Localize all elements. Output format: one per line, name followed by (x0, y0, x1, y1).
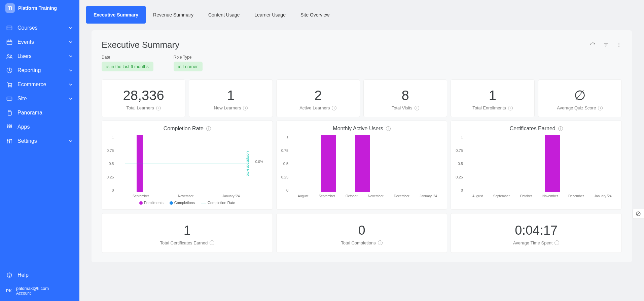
svg-line-35 (637, 212, 640, 215)
y-axis: 10.750.50.250 (281, 135, 290, 192)
kpi-new-learners: 1New Learners i (189, 79, 273, 117)
y-tick: 0.5 (456, 162, 463, 166)
chart-certificates-earned: Certificates Earned i 10.750.50.250 Augu… (451, 121, 622, 210)
filter-label: Date (102, 55, 153, 60)
info-icon[interactable]: i (415, 106, 419, 110)
sidebar-item-courses[interactable]: Courses (0, 21, 79, 35)
sidebar-item-settings[interactable]: Settings (0, 134, 79, 148)
x-tick: September (319, 194, 335, 198)
y-tick: 0 (281, 188, 288, 192)
info-icon[interactable]: i (156, 106, 161, 110)
kpi-label: Total Enrollments (472, 105, 506, 110)
x-axis: AugustSeptemberOctoberNovemberDecemberJa… (456, 194, 617, 198)
filter-role-type: Role Typeis Learner (174, 55, 203, 71)
kpi-value: 1 (454, 87, 531, 103)
info-icon[interactable]: i (206, 126, 211, 131)
disabled-icon-button[interactable] (633, 209, 644, 219)
tab-learner-usage[interactable]: Learner Usage (247, 6, 293, 24)
chart-title-label: Monthly Active Users (333, 126, 383, 132)
sidebar-item-panorama[interactable]: Panorama (0, 106, 79, 120)
kpi-average-quiz-score: ∅Average Quiz Score i (538, 79, 622, 117)
kpi-total-learners: 28,336Total Learners i (102, 79, 185, 117)
svg-point-7 (10, 55, 11, 56)
y-axis: 10.750.50.250 (107, 135, 116, 192)
tab-site-overview[interactable]: Site Overview (293, 6, 337, 24)
x-axis: SeptemberNovemberJanuary '24 (107, 194, 268, 198)
y-tick: 0.25 (107, 175, 114, 179)
sidebar-item-reporting[interactable]: Reporting (0, 63, 79, 77)
user-block[interactable]: PK palomak@ti.com Account (0, 282, 79, 299)
info-icon[interactable]: i (210, 240, 214, 245)
big-kpi-row: 1Total Certificates Earned i0Total Compl… (102, 213, 622, 253)
more-icon[interactable] (616, 42, 622, 48)
bar (321, 135, 336, 192)
sidebar-item-site[interactable]: Site (0, 92, 79, 106)
y-tick: 0.25 (281, 175, 288, 179)
svg-point-18 (9, 126, 10, 127)
x-tick: August (472, 194, 483, 198)
kpi-label: Active Learners (299, 105, 330, 110)
sidebar-item-ecommerce[interactable]: Ecommerce (0, 77, 79, 92)
kpi-label: New Learners (214, 105, 241, 110)
svg-point-33 (618, 46, 619, 47)
sidebar-item-label: Settings (17, 138, 63, 144)
filter-chip[interactable]: is in the last 6 months (102, 62, 153, 71)
help-link[interactable]: Help (0, 268, 79, 282)
filter-icon[interactable] (603, 42, 609, 48)
completion-rate-line (125, 164, 249, 164)
help-label: Help (17, 272, 29, 278)
filter-date: Dateis in the last 6 months (102, 55, 153, 71)
plot-area: 0.0% Completion Rate (116, 135, 254, 192)
sidebar-item-label: Panorama (17, 110, 73, 116)
svg-point-19 (10, 126, 11, 127)
kpi-label: Average Time Spent (513, 240, 553, 245)
x-tick: November (368, 194, 383, 198)
info-icon[interactable]: i (378, 240, 383, 245)
bar (545, 135, 560, 192)
brand-logo: Ti (5, 3, 15, 13)
kpi-label: Total Completions (341, 240, 375, 245)
x-axis: AugustSeptemberOctoberNovemberDecemberJa… (281, 194, 442, 198)
x-tick: September (493, 194, 510, 198)
refresh-icon[interactable] (590, 42, 596, 48)
chevron-down-icon (68, 96, 73, 101)
svg-point-27 (9, 276, 10, 276)
info-icon[interactable]: i (558, 126, 563, 131)
kpi-value: 1 (105, 223, 269, 238)
plot-area (290, 135, 442, 192)
kpi-label: Total Visits (392, 105, 413, 110)
info-icon[interactable]: i (243, 106, 248, 110)
sidebar-item-events[interactable]: Events (0, 35, 79, 49)
info-icon[interactable]: i (554, 240, 559, 245)
sidebar-item-label: Reporting (17, 67, 63, 73)
svg-point-31 (618, 43, 619, 43)
legend: Enrollments Completions Completion Rate (107, 201, 268, 205)
sidebar-item-apps[interactable]: Apps (0, 120, 79, 134)
tab-revenue-summary[interactable]: Revenue Summary (146, 6, 201, 24)
svg-point-24 (9, 141, 10, 142)
svg-rect-2 (7, 40, 12, 44)
tab-executive-summary[interactable]: Executive Summary (86, 6, 146, 24)
kpi-label: Total Certificates Earned (160, 240, 208, 245)
people-icon (6, 53, 13, 60)
info-icon[interactable]: i (598, 106, 603, 110)
tab-content-usage[interactable]: Content Usage (201, 6, 247, 24)
svg-point-10 (11, 86, 12, 87)
chart-completion-rate: Completion Rate i 10.750.50.250 0.0% Com… (102, 121, 273, 210)
info-icon[interactable]: i (332, 106, 336, 110)
y2-axis-label: Completion Rate (246, 151, 250, 176)
kpi-value: 28,336 (105, 87, 182, 103)
y-tick: 0.25 (456, 175, 463, 179)
kpi-value: 8 (367, 87, 443, 103)
y-tick: 1 (107, 135, 114, 139)
info-icon[interactable]: i (386, 126, 391, 131)
filter-chip[interactable]: is Learner (174, 62, 203, 71)
kpi-value: 0:04:17 (454, 223, 618, 238)
info-icon[interactable]: i (508, 106, 513, 110)
sidebar-item-users[interactable]: Users (0, 49, 79, 63)
y-tick: 0 (456, 188, 463, 192)
sidebar-item-label: Users (17, 53, 63, 59)
sidebar-item-label: Courses (17, 25, 63, 31)
kpi-value: 0 (280, 223, 444, 238)
svg-rect-13 (8, 111, 11, 115)
